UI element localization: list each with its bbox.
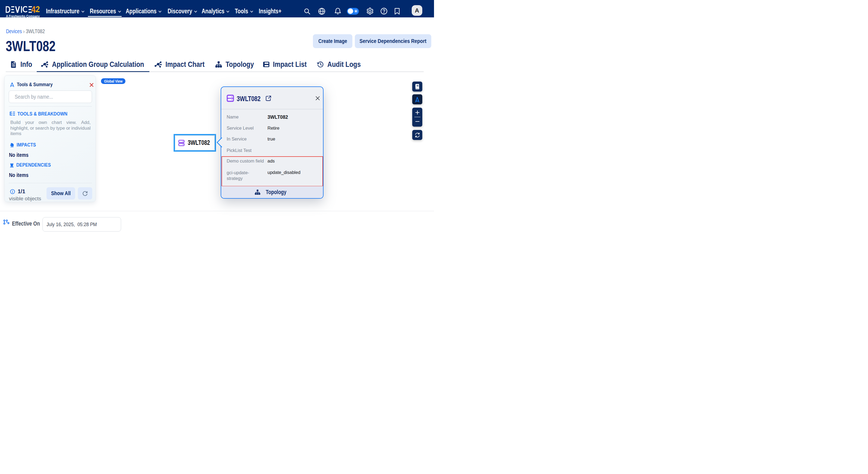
svg-text:A Freshworks Company: A Freshworks Company bbox=[6, 14, 40, 18]
